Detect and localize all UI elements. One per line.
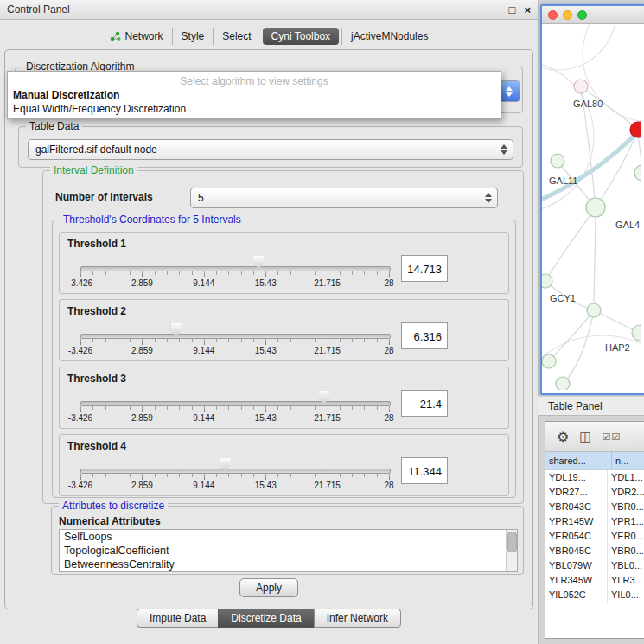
network-node[interactable]	[574, 80, 588, 93]
list-scrollbar[interactable]	[506, 530, 517, 571]
table-cell[interactable]: YDR27...	[545, 485, 608, 500]
combo-arrows-icon[interactable]	[499, 81, 520, 101]
slider-tick-labels: -3.4262.8599.14415.4321.71528	[80, 346, 389, 356]
table-cell[interactable]: YIL0...	[608, 588, 644, 603]
threshold-4-value-field[interactable]: 11.344	[401, 457, 448, 484]
table-cell[interactable]: YER054C	[545, 529, 608, 544]
threshold-2-slider[interactable]: -3.4262.8599.14415.4321.71528	[80, 300, 389, 360]
network-edge	[546, 207, 596, 280]
table-panel-bar[interactable]: Table Panel	[538, 396, 644, 416]
tab-network[interactable]: Network	[101, 28, 172, 45]
table-cell[interactable]: YPR145W	[545, 514, 608, 529]
combo-stepper-icon[interactable]	[497, 144, 511, 155]
table-cell[interactable]: YLR345W	[545, 573, 608, 588]
network-node[interactable]	[587, 303, 601, 317]
table-cell[interactable]: YBL0...	[608, 558, 644, 573]
attribute-list-item[interactable]: SelfLoops	[60, 530, 517, 544]
tab-jactivemnodules[interactable]: jActiveMNodules	[341, 28, 437, 45]
network-node-highlighted[interactable]	[630, 122, 641, 137]
select-all-checkbox-icon[interactable]: ☑	[603, 431, 611, 443]
threshold-3-value-field[interactable]: 21.4	[401, 390, 448, 417]
network-edges	[542, 86, 641, 384]
network-node[interactable]	[542, 274, 552, 288]
close-window-icon[interactable]: ×	[524, 3, 531, 16]
table-cell[interactable]: YBR0...	[608, 500, 644, 514]
table-cell[interactable]: YBR043C	[545, 500, 608, 514]
table-cell[interactable]: YDL19...	[545, 470, 608, 485]
tab-cyni-toolbox[interactable]: Cyni Toolbox	[263, 28, 339, 45]
threshold-2-value-field[interactable]: 6.316	[401, 322, 448, 349]
table-cell[interactable]: YER0...	[608, 529, 644, 544]
table-row[interactable]: YDR27...YDR2...	[545, 485, 644, 500]
combo-stepper-icon[interactable]	[481, 193, 495, 203]
gear-icon[interactable]: ⚙	[557, 429, 569, 445]
threshold-1-slider[interactable]: -3.4262.8599.14415.4321.71528	[80, 233, 389, 293]
number-of-intervals-combobox[interactable]: 5	[190, 188, 498, 208]
table-row[interactable]: YLR345WYLR3...	[545, 573, 644, 588]
tick-label: 28	[384, 413, 393, 423]
network-node[interactable]	[632, 325, 641, 341]
network-node[interactable]	[551, 154, 564, 168]
network-node-label: GAL4	[615, 220, 640, 230]
columns-icon[interactable]: ◫	[579, 429, 591, 444]
attribute-list-item[interactable]: BetweennessCentrality	[60, 558, 517, 571]
popup-item-equal-width-frequency[interactable]: Equal Width/Frequency Discretization	[8, 102, 501, 116]
column-header-shared-name[interactable]: shared...	[545, 452, 612, 469]
table-row[interactable]: YBL079WYBL0...	[545, 558, 644, 573]
minimize-traffic-light-icon[interactable]	[563, 10, 572, 20]
network-view-window[interactable]: GAL80 GAL11 GAL4 GCY1 HAP2	[540, 4, 644, 395]
close-traffic-light-icon[interactable]	[548, 10, 558, 20]
tick-label: 28	[384, 278, 393, 288]
network-window-titlebar[interactable]	[542, 6, 644, 24]
tab-style[interactable]: Style	[172, 28, 214, 45]
table-row[interactable]: YBR043CYBR0...	[545, 500, 644, 514]
tab-impute-data[interactable]: Impute Data	[137, 609, 219, 628]
network-node[interactable]	[542, 354, 556, 368]
table-row[interactable]: YDL19...YDL1...	[545, 470, 644, 485]
network-node[interactable]	[634, 165, 641, 181]
tab-label: Cyni Toolbox	[271, 28, 330, 45]
attributes-group: Attributes to discretize Numerical Attri…	[51, 506, 524, 575]
zoom-traffic-light-icon[interactable]	[577, 10, 587, 20]
tab-infer-network[interactable]: Infer Network	[314, 609, 401, 628]
table-cell[interactable]: YIL052C	[545, 588, 608, 603]
table-row[interactable]: YIL052CYIL0...	[545, 588, 644, 603]
threshold-4-slider[interactable]: -3.4262.8599.14415.4321.71528	[80, 435, 389, 495]
table-cell[interactable]: YBR045C	[545, 544, 608, 558]
list-scrollbar-thumb[interactable]	[507, 532, 517, 552]
column-header-name[interactable]: n...	[612, 452, 644, 469]
float-window-icon[interactable]: □	[509, 3, 516, 16]
table-row[interactable]: YBR045CYBR0...	[545, 544, 644, 558]
apply-button[interactable]: Apply	[239, 578, 298, 597]
threshold-3-slider[interactable]: -3.4262.8599.14415.4321.71528	[80, 367, 389, 428]
table-cell[interactable]: YBL079W	[545, 558, 608, 573]
table-data-combobox[interactable]: galFiltered.sif default node	[28, 139, 513, 160]
control-panel-titlebar[interactable]: Control Panel □ ×	[0, 0, 538, 20]
attribute-list-item[interactable]: TopologicalCoefficient	[60, 544, 517, 558]
threshold-1-value-field[interactable]: 14.713	[401, 255, 448, 282]
tab-discretize-data[interactable]: Discretize Data	[218, 609, 314, 628]
table-cell[interactable]: YDR2...	[608, 485, 644, 500]
top-tab-bar: Network Style Select Cyni Toolbox jActiv…	[0, 27, 538, 46]
table-cell[interactable]: YLR3...	[608, 573, 644, 588]
tick-label: 9.144	[193, 346, 214, 355]
thresholds-stack: Threshold 1 -3.4262.8599.14415.4321.7152…	[53, 232, 515, 501]
popup-item-manual-discretization[interactable]: Manual Discretization	[8, 88, 501, 102]
tab-select[interactable]: Select	[213, 28, 259, 45]
table-row[interactable]: YER054CYER0...	[545, 529, 644, 544]
network-canvas[interactable]: GAL80 GAL11 GAL4 GCY1 HAP2	[542, 24, 641, 390]
network-node[interactable]	[556, 377, 570, 390]
table-cell[interactable]: YDL1...	[608, 470, 644, 485]
table-row[interactable]: YPR145WYPR1...	[545, 514, 644, 529]
select-column-checkbox-icon[interactable]: ☑	[611, 431, 620, 443]
network-node[interactable]	[586, 198, 605, 217]
numerical-attributes-label: Numerical Attributes	[59, 515, 161, 527]
tick-label: 9.144	[193, 481, 214, 490]
table-cell[interactable]: YPR1...	[608, 514, 644, 529]
tick-label: -3.426	[68, 413, 92, 423]
tick-label: 2.859	[131, 413, 153, 423]
table-cell[interactable]: YBR0...	[608, 544, 644, 558]
numerical-attributes-list[interactable]: SelfLoopsTopologicalCoefficientBetweenne…	[59, 529, 518, 572]
network-nodes[interactable]: GAL80 GAL11 GAL4 GCY1 HAP2	[542, 80, 641, 390]
tick-label: 28	[384, 346, 393, 355]
